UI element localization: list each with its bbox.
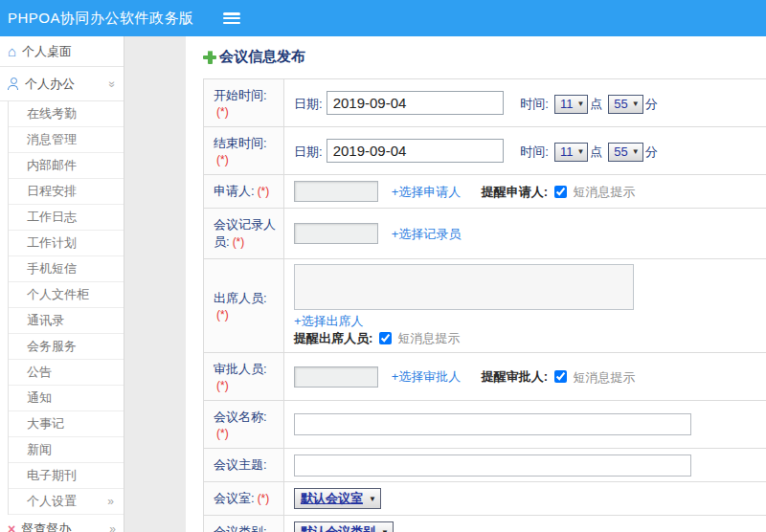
required-mark: (*)	[216, 427, 229, 440]
end-minute-select[interactable]: 55▼	[608, 143, 642, 162]
app-header: PHPOA协同办公软件政务版	[0, 0, 766, 36]
field-label: 会议类别:	[214, 524, 267, 532]
sidebar-item-supervision[interactable]: × 督查督办 »	[0, 515, 124, 532]
required-mark: (*)	[258, 492, 270, 505]
field-label: 会议名称:	[214, 410, 267, 424]
row-meeting-name: 会议名称:(*)	[204, 401, 766, 449]
sidebar-item-personal-settings[interactable]: 个人设置 »	[9, 489, 124, 515]
required-mark: (*)	[216, 153, 229, 166]
time-label: 时间:	[520, 144, 549, 159]
remind-label: 提醒申请人:	[482, 185, 548, 199]
sidebar-subitem[interactable]: 会务服务	[9, 334, 124, 360]
field-label: 结束时间:	[214, 136, 267, 150]
field-label: 出席人员:	[214, 291, 267, 305]
select-approver-link[interactable]: +选择审批人	[392, 369, 462, 384]
chevron-right-icon: »	[107, 495, 114, 508]
page-title: 会议信息发布	[203, 48, 766, 66]
remind-label: 提醒出席人员:	[294, 331, 372, 345]
approver-input[interactable]	[294, 366, 378, 388]
hamburger-icon[interactable]	[223, 12, 240, 24]
field-label: 会议主题:	[214, 457, 267, 472]
applicant-sms-checkbox[interactable]	[554, 186, 567, 198]
time-label: 时间:	[520, 97, 549, 111]
sidebar-submenu: 在线考勤 消息管理 内部邮件 日程安排 工作日志	[8, 101, 124, 515]
sidebar-subitem[interactable]: 个人文件柜	[9, 282, 124, 308]
sidebar-subitem[interactable]: 电子期刊	[9, 463, 124, 489]
sidebar-item-label: 个人桌面	[22, 43, 116, 60]
row-meeting-category: 会议类别: 默认会议类别▼	[204, 516, 766, 532]
sidebar-subitem[interactable]: 通讯录	[9, 308, 124, 334]
sidebar-item-personal-desktop[interactable]: ⌂ 个人桌面	[0, 36, 124, 67]
sidebar-subitem[interactable]: 公告	[9, 360, 124, 386]
field-label: 审批人员:	[214, 362, 267, 376]
end-hour-select[interactable]: 11▼	[554, 143, 588, 162]
required-mark: (*)	[216, 105, 229, 119]
select-recorder-link[interactable]: +选择记录员	[392, 227, 462, 241]
row-end-time: 结束时间:(*) 日期: 时间:11▼点55▼分	[204, 127, 766, 175]
sidebar-subitem[interactable]: 在线考勤	[9, 101, 124, 127]
chevron-right-icon: »	[109, 522, 116, 532]
sidebar-subitem[interactable]: 工作计划	[9, 231, 124, 256]
chevron-down-icon[interactable]: »	[106, 80, 120, 87]
attendees-textarea[interactable]	[294, 264, 634, 310]
chevron-down-icon: ▼	[576, 147, 584, 156]
sidebar-subitem[interactable]: 消息管理	[9, 127, 124, 153]
chevron-down-icon: ▼	[576, 100, 584, 108]
applicant-input[interactable]	[294, 181, 378, 202]
sidebar: ⌂ 个人桌面 个人办公 » 在线考勤 消息管理 内部邮件	[0, 36, 124, 532]
field-label: 开始时间:	[214, 88, 267, 102]
checkbox-label: 短消息提示	[398, 331, 461, 345]
row-attendees: 出席人员:(*) +选择出席人 提醒出席人员: 短消息提示	[204, 259, 766, 353]
row-applicant: 申请人:(*) +选择申请人 提醒申请人: 短消息提示	[204, 175, 766, 209]
row-start-time: 开始时间:(*) 日期: 时间:11▼点55▼分	[204, 79, 766, 127]
sidebar-item-label: 个人办公	[25, 76, 109, 93]
row-approver: 审批人员:(*) +选择审批人 提醒审批人: 短消息提示	[204, 353, 766, 401]
sidebar-item-personal-office[interactable]: 个人办公 »	[0, 67, 124, 101]
chevron-down-icon: ▼	[632, 147, 640, 156]
chevron-down-icon: ▼	[369, 495, 376, 503]
approver-sms-checkbox[interactable]	[554, 370, 567, 383]
meeting-category-select[interactable]: 默认会议类别▼	[294, 521, 394, 532]
chevron-down-icon: ▼	[381, 528, 389, 532]
select-attendees-link[interactable]: +选择出席人	[294, 314, 364, 328]
checkbox-label: 短消息提示	[573, 185, 635, 199]
field-label: 会议记录人员:	[214, 217, 276, 249]
user-icon	[8, 78, 19, 90]
remind-label: 提醒审批人:	[482, 369, 548, 384]
shuffle-icon: ×	[8, 522, 15, 532]
content-panel: 会议信息发布 开始时间:(*) 日期: 时间:11▼点55▼分 结束时间:(*)…	[186, 36, 766, 532]
sidebar-subitem[interactable]: 手机短信	[9, 256, 124, 282]
select-applicant-link[interactable]: +选择申请人	[392, 185, 462, 199]
attendees-sms-checkbox[interactable]	[379, 332, 392, 344]
required-mark: (*)	[233, 235, 245, 249]
required-mark: (*)	[216, 379, 229, 392]
meeting-room-select[interactable]: 默认会议室▼	[294, 488, 381, 509]
required-mark: (*)	[216, 308, 229, 321]
meeting-name-input[interactable]	[294, 413, 691, 435]
main-area: 会议信息发布 开始时间:(*) 日期: 时间:11▼点55▼分 结束时间:(*)…	[124, 36, 766, 532]
meeting-form: 开始时间:(*) 日期: 时间:11▼点55▼分 结束时间:(*) 日期: 时间…	[203, 78, 766, 532]
sidebar-subitem[interactable]: 通知	[9, 386, 124, 411]
start-date-input[interactable]	[327, 91, 504, 115]
sidebar-subitem[interactable]: 日程安排	[9, 179, 124, 205]
plus-icon	[203, 51, 216, 64]
recorder-input[interactable]	[294, 223, 378, 244]
field-label: 申请人:	[214, 184, 255, 198]
sidebar-subitem[interactable]: 内部邮件	[9, 153, 124, 179]
sidebar-subitem[interactable]: 大事记	[9, 411, 124, 437]
app-title: PHPOA协同办公软件政务版	[8, 10, 194, 28]
field-label: 会议室:	[214, 491, 255, 505]
date-label: 日期:	[294, 97, 323, 111]
row-recorder: 会议记录人员:(*) +选择记录员	[204, 209, 766, 259]
start-hour-select[interactable]: 11▼	[554, 95, 588, 114]
home-icon: ⌂	[8, 44, 16, 58]
chevron-down-icon: ▼	[632, 100, 640, 108]
start-minute-select[interactable]: 55▼	[608, 95, 642, 114]
meeting-subject-input[interactable]	[294, 454, 691, 477]
sidebar-subitem[interactable]: 新闻	[9, 437, 124, 463]
end-date-input[interactable]	[327, 139, 504, 163]
row-meeting-room: 会议室:(*) 默认会议室▼	[204, 482, 766, 516]
sidebar-subitem[interactable]: 工作日志	[9, 205, 124, 231]
row-meeting-subject: 会议主题:	[204, 449, 766, 482]
date-label: 日期:	[294, 144, 323, 159]
